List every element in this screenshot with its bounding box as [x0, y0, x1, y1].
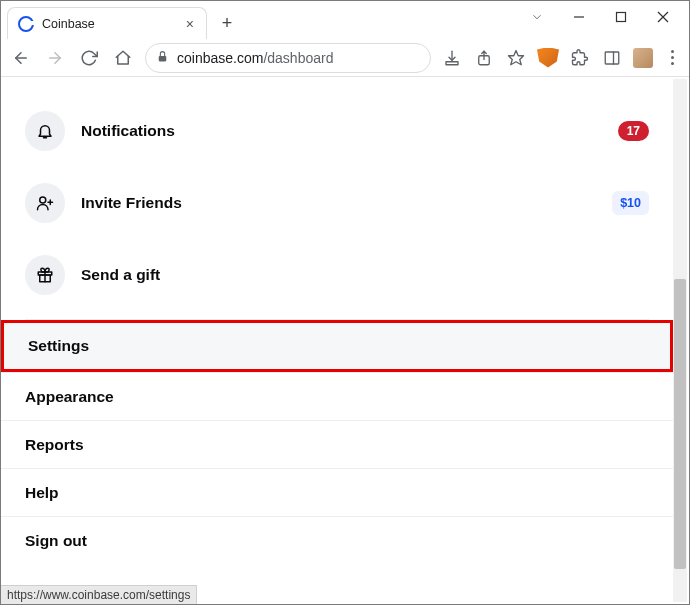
svg-marker-10 — [509, 50, 524, 64]
notifications-label: Notifications — [81, 122, 618, 140]
extensions-puzzle-icon[interactable] — [569, 47, 591, 69]
kebab-menu-icon[interactable] — [663, 47, 681, 69]
share-icon[interactable] — [473, 47, 495, 69]
settings-row-help[interactable]: Help — [1, 468, 673, 516]
gift-label: Send a gift — [81, 266, 649, 284]
titlebar: Coinbase × + — [1, 1, 689, 39]
home-button[interactable] — [111, 46, 135, 70]
window-controls — [517, 1, 683, 33]
browser-toolbar: coinbase.com/dashboard — [1, 39, 689, 77]
tab-coinbase[interactable]: Coinbase × — [7, 7, 207, 39]
signout-label: Sign out — [25, 532, 87, 550]
close-button[interactable] — [651, 5, 675, 29]
reports-label: Reports — [25, 436, 84, 454]
svg-rect-6 — [159, 55, 167, 60]
settings-row-reports[interactable]: Reports — [1, 420, 673, 468]
settings-row-appearance[interactable]: Appearance — [1, 372, 673, 420]
svg-rect-1 — [617, 13, 626, 22]
viewport: Notifications 17 Invite Friends $10 Send… — [1, 77, 689, 604]
menu-item-notifications[interactable]: Notifications 17 — [25, 95, 649, 167]
menu-list: Notifications 17 Invite Friends $10 Send… — [1, 77, 673, 320]
scrollbar-thumb[interactable] — [674, 279, 686, 569]
status-bar: https://www.coinbase.com/settings — [1, 585, 197, 604]
invite-reward-badge: $10 — [612, 191, 649, 215]
minimize-button[interactable] — [567, 5, 591, 29]
scrollbar-track[interactable] — [673, 79, 687, 602]
appearance-label: Appearance — [25, 388, 114, 406]
maximize-button[interactable] — [609, 5, 633, 29]
menu-item-invite-friends[interactable]: Invite Friends $10 — [25, 167, 649, 239]
help-label: Help — [25, 484, 59, 502]
profile-avatar-icon[interactable] — [633, 48, 653, 68]
reload-button[interactable] — [77, 46, 101, 70]
new-tab-button[interactable]: + — [213, 9, 241, 37]
menu-item-send-gift[interactable]: Send a gift — [25, 239, 649, 311]
tab-close-icon[interactable]: × — [184, 16, 196, 32]
tabstrip: Coinbase × + — [1, 1, 517, 39]
sidepanel-icon[interactable] — [601, 47, 623, 69]
tab-title: Coinbase — [42, 17, 176, 31]
bell-icon — [25, 111, 65, 151]
address-bar[interactable]: coinbase.com/dashboard — [145, 43, 431, 73]
back-button[interactable] — [9, 46, 33, 70]
svg-rect-11 — [605, 52, 619, 64]
settings-row-settings[interactable]: Settings — [1, 320, 673, 372]
notifications-count-badge: 17 — [618, 121, 649, 141]
gift-icon — [25, 255, 65, 295]
install-icon[interactable] — [441, 47, 463, 69]
metamask-extension-icon[interactable] — [537, 48, 559, 68]
settings-row-signout[interactable]: Sign out — [1, 516, 673, 564]
url-text: coinbase.com/dashboard — [177, 50, 420, 66]
page-content: Notifications 17 Invite Friends $10 Send… — [1, 77, 673, 604]
forward-button[interactable] — [43, 46, 67, 70]
bookmark-star-icon[interactable] — [505, 47, 527, 69]
svg-rect-7 — [446, 61, 458, 64]
settings-label: Settings — [28, 337, 89, 355]
coinbase-favicon — [18, 16, 34, 32]
browser-window: Coinbase × + coinbase.com/dashboard — [0, 0, 690, 605]
lock-icon — [156, 50, 169, 66]
invite-icon — [25, 183, 65, 223]
settings-section: Settings Appearance Reports Help Sign ou… — [1, 320, 673, 564]
url-path: /dashboard — [263, 50, 333, 66]
svg-point-14 — [40, 197, 46, 203]
invite-label: Invite Friends — [81, 194, 612, 212]
dropdown-icon[interactable] — [525, 5, 549, 29]
url-host: coinbase.com — [177, 50, 263, 66]
